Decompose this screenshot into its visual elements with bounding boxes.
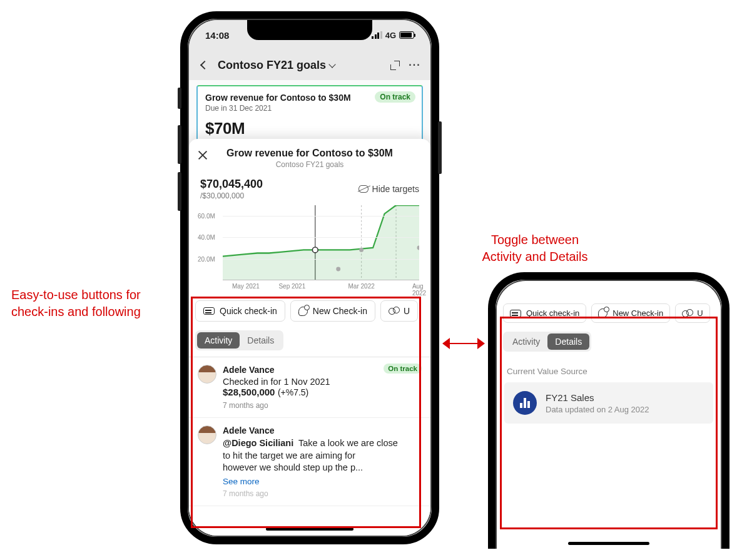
close-button[interactable]	[198, 150, 208, 160]
new-checkin-icon	[598, 308, 607, 318]
current-value: $70,045,400	[200, 178, 263, 191]
action-row: Quick check-in New Check-in U	[497, 300, 721, 329]
network-label: 4G	[385, 31, 396, 40]
goal-detail-sheet: Grow revenue for Contoso to $30M Contoso…	[189, 139, 430, 536]
tab-activity[interactable]: Activity	[505, 333, 547, 350]
see-more-link[interactable]: See more	[223, 477, 422, 486]
chevron-down-icon	[328, 61, 335, 68]
activity-timeago: 7 months ago	[223, 489, 422, 498]
eye-off-icon	[358, 185, 369, 193]
follow-label-truncated: U	[404, 306, 410, 316]
activity-value: $28,500,000	[223, 387, 275, 397]
home-indicator[interactable]	[568, 542, 649, 545]
activity-author: Adele Vance	[223, 425, 422, 435]
status-right: 4G	[372, 31, 414, 40]
side-button-right	[438, 121, 442, 174]
activity-list[interactable]: Adele Vance Checked in for 1 Nov 2021 $2…	[189, 357, 430, 536]
tab-details[interactable]: Details	[240, 332, 282, 349]
scorecard-picker[interactable]: Contoso FY21 goals	[218, 59, 382, 72]
hide-targets-label: Hide targets	[372, 184, 419, 194]
quick-checkin-label: Quick check-in	[220, 306, 277, 316]
tab-row: Activity Details	[497, 329, 721, 358]
follow-icon	[389, 307, 399, 315]
quick-checkin-icon	[203, 307, 215, 315]
activity-item[interactable]: Adele Vance Checked in for 1 Nov 2021 $2…	[189, 357, 430, 418]
svg-point-4	[359, 248, 363, 252]
activity-msg-1: Take a look we are close	[298, 438, 398, 448]
quick-checkin-button[interactable]: Quick check-in	[503, 303, 586, 323]
new-checkin-label: New Check-in	[613, 308, 663, 318]
activity-timeago: 7 months ago	[223, 401, 422, 410]
follow-button[interactable]: U	[380, 300, 418, 322]
quick-checkin-button[interactable]: Quick check-in	[195, 300, 285, 322]
value-block: $70,045,400 /$30,000,000	[200, 178, 263, 200]
more-button[interactable]: ···	[408, 58, 422, 72]
battery-icon	[399, 31, 414, 39]
side-button-volup	[178, 125, 181, 164]
action-row: Quick check-in New Check-in U	[189, 294, 430, 328]
phone-frame-main: 14:08 4G Contoso FY21 goals ··· Grow rev…	[180, 11, 439, 544]
home-indicator[interactable]	[266, 527, 353, 531]
double-arrow-icon	[439, 338, 488, 349]
source-updated: Data updated on 2 Aug 2022	[546, 405, 649, 414]
tab-row: Activity Details	[189, 328, 430, 357]
new-checkin-button[interactable]: New Check-in	[591, 303, 670, 323]
annotation-toggle: Toggle betweenActivity and Details	[454, 232, 616, 265]
activity-headline: Checked in for 1 Nov 2021	[223, 377, 422, 387]
goal-card[interactable]: Grow revenue for Contoso to $30M Due in …	[196, 85, 423, 146]
new-checkin-icon	[298, 307, 308, 316]
app-bar: Contoso FY21 goals ···	[189, 50, 430, 80]
status-badge: On track	[375, 91, 415, 103]
goal-due: Due in 31 Dec 2021	[205, 104, 414, 113]
target-value: /$30,000,000	[200, 191, 263, 200]
avatar	[198, 425, 216, 444]
hide-targets-button[interactable]: Hide targets	[358, 184, 419, 194]
tab-activity[interactable]: Activity	[197, 332, 240, 349]
svg-point-6	[312, 247, 318, 253]
expand-icon	[390, 61, 400, 70]
sheet-title: Grow revenue for Contoso to $30M	[198, 148, 422, 159]
new-checkin-label: New Check-in	[313, 306, 367, 316]
sheet-subtitle: Contoso FY21 goals	[198, 160, 422, 169]
side-button-voldown	[178, 172, 181, 211]
follow-icon	[682, 309, 692, 318]
new-checkin-button[interactable]: New Check-in	[290, 300, 375, 322]
phone-frame-details: Quick check-in New Check-in U Activity D…	[488, 272, 729, 549]
phone-notch	[247, 20, 372, 40]
dataset-icon	[513, 391, 537, 415]
svg-point-3	[336, 267, 340, 272]
activity-item[interactable]: Adele Vance @Diego Siciliani Take a look…	[189, 418, 430, 506]
annotation-checkins: Easy-to-use buttons for check-ins and fo…	[11, 287, 174, 320]
avatar	[198, 365, 216, 384]
activity-mention[interactable]: @Diego Siciliani	[223, 438, 293, 448]
expand-button[interactable]	[388, 58, 402, 72]
activity-percent: (+%7.5)	[278, 387, 308, 397]
quick-checkin-label: Quick check-in	[526, 308, 579, 318]
signal-icon	[372, 31, 382, 39]
follow-button[interactable]: U	[675, 303, 709, 323]
current-value-source-card[interactable]: FY21 Sales Data updated on 2 Aug 2022	[504, 382, 713, 424]
activity-status-badge: On track	[384, 364, 422, 374]
appbar-title-text: Contoso FY21 goals	[218, 59, 326, 72]
current-value-source-label: Current Value Source	[497, 358, 721, 381]
follow-label-truncated: U	[697, 308, 703, 318]
back-button[interactable]	[198, 58, 211, 72]
chevron-left-icon	[200, 61, 209, 69]
quick-checkin-icon	[510, 310, 521, 317]
tab-details[interactable]: Details	[547, 333, 589, 350]
status-time: 14:08	[205, 30, 229, 41]
side-button-silent	[178, 88, 181, 109]
activity-msg-3: however we should step up the p...	[223, 462, 363, 472]
activity-msg-2: to hit the target we are aiming for	[223, 451, 355, 461]
source-name: FY21 Sales	[546, 392, 649, 403]
goal-big-value: $70M	[205, 119, 414, 138]
chart-area[interactable]: 20.0M40.0M60.0M May 2021Sep 2021Mar 2022…	[189, 200, 430, 294]
